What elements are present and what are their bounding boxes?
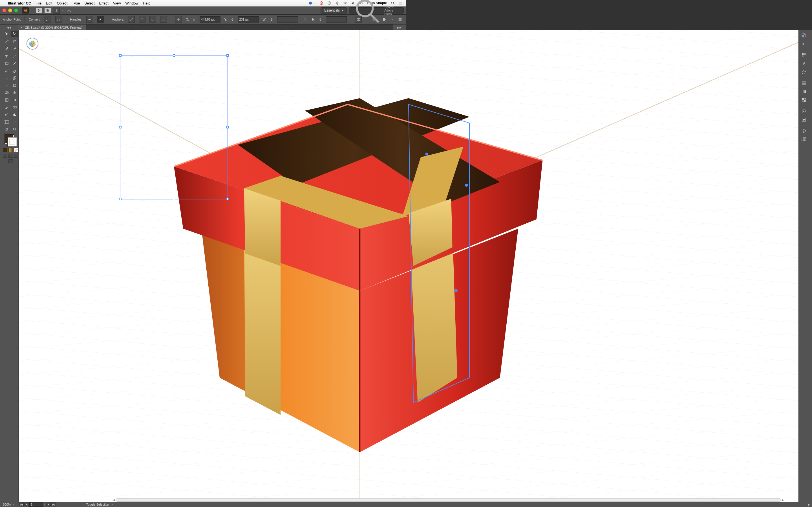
rotate-tool[interactable] — [3, 75, 10, 81]
panel-flyout-button[interactable] — [381, 16, 388, 22]
menu-effect[interactable]: Effect — [99, 1, 109, 5]
artboard-tool[interactable] — [3, 119, 10, 125]
menu-object[interactable]: Object — [57, 1, 68, 5]
bridge-badge[interactable]: Br — [36, 8, 42, 13]
slice-tool[interactable] — [11, 119, 18, 125]
color-gradient-button[interactable] — [8, 148, 13, 152]
h-field[interactable] — [326, 16, 347, 22]
perspective-plane-widget[interactable] — [27, 38, 38, 50]
pen-tool[interactable] — [3, 46, 10, 52]
handles-hide-button[interactable] — [97, 16, 104, 23]
color-solid-button[interactable] — [3, 148, 7, 152]
curvature-tool[interactable] — [11, 46, 18, 52]
essentials-layout-button[interactable] — [371, 16, 377, 22]
svg-rect-21 — [5, 62, 8, 64]
menu-edit[interactable]: Edit — [46, 1, 52, 5]
free-transform-tool[interactable] — [11, 82, 18, 89]
fill-stroke-swatch[interactable] — [5, 135, 17, 147]
pencil-tool[interactable] — [3, 68, 10, 74]
column-graph-tool[interactable] — [11, 112, 18, 118]
window-close-button[interactable] — [2, 8, 6, 12]
app-bar: Ai Br St Essentials Search Adobe Stock — [0, 6, 406, 15]
status-cc-icon[interactable] — [319, 1, 323, 5]
gradient-tool[interactable] — [11, 97, 18, 103]
line-segment-tool[interactable] — [11, 53, 18, 59]
draw-normal-button[interactable] — [3, 154, 7, 158]
anchors-cut-button[interactable] — [139, 16, 146, 23]
draw-behind-button[interactable] — [8, 154, 13, 158]
control-bar-dropdown-icon[interactable] — [391, 19, 393, 20]
status-menu-icon[interactable] — [399, 1, 403, 5]
gpu-preview-button[interactable] — [66, 7, 72, 13]
arrange-dropdown-icon[interactable] — [62, 10, 64, 11]
draw-inside-button[interactable] — [14, 154, 18, 158]
window-zoom-button[interactable] — [14, 8, 18, 12]
selection-bounding-box[interactable] — [120, 55, 228, 200]
status-spotlight-icon[interactable] — [391, 1, 395, 5]
convert-corner-button[interactable] — [45, 16, 51, 23]
w-stepper[interactable] — [270, 17, 273, 22]
blend-tool[interactable] — [11, 104, 18, 110]
stock-badge[interactable]: St — [45, 8, 51, 13]
y-field[interactable]: 231 px — [238, 16, 259, 22]
x-stepper[interactable] — [193, 17, 196, 22]
eyedropper-tool[interactable] — [3, 104, 10, 110]
menu-type[interactable]: Type — [72, 1, 80, 5]
rectangle-tool[interactable] — [3, 60, 10, 66]
anchors-label: Anchors: — [112, 18, 124, 21]
anchors-remove-button[interactable] — [128, 16, 135, 23]
svg-point-33 — [13, 128, 15, 130]
hand-tool[interactable] — [3, 126, 10, 132]
screen-mode-button[interactable] — [8, 159, 13, 163]
menu-view[interactable]: View — [113, 1, 121, 5]
window-minimize-button[interactable] — [8, 8, 12, 12]
menu-help[interactable]: Help — [143, 1, 151, 5]
zoom-tool[interactable] — [11, 126, 18, 132]
type-tool[interactable]: T — [3, 53, 10, 59]
x-field[interactable]: 449.88 px — [200, 16, 220, 22]
convert-smooth-button[interactable] — [55, 16, 62, 23]
stroke-swatch[interactable] — [8, 137, 17, 147]
menu-select[interactable]: Select — [84, 1, 94, 5]
status-wifi-icon[interactable] — [343, 1, 347, 5]
width-tool[interactable] — [3, 82, 10, 89]
handles-show-button[interactable] — [86, 16, 93, 23]
selection-tool[interactable] — [3, 31, 10, 37]
workspace-switcher[interactable]: Essentials — [320, 7, 347, 13]
left-dock-gutter[interactable] — [0, 30, 3, 253]
collapse-panels-icon[interactable]: ▶▶ — [397, 26, 402, 29]
direct-selection-tool[interactable] — [11, 31, 18, 37]
link-wh-button[interactable] — [302, 16, 308, 22]
align-artboard-button[interactable] — [355, 16, 362, 23]
h-stepper[interactable] — [319, 17, 322, 22]
close-tab-icon[interactable]: × — [20, 25, 22, 30]
paintbrush-tool[interactable] — [11, 60, 18, 66]
svg-rect-29 — [13, 107, 14, 108]
perspective-grid-tool[interactable] — [11, 90, 18, 96]
y-stepper[interactable] — [231, 17, 234, 22]
menu-file[interactable]: File — [36, 1, 42, 5]
search-stock-placeholder: Search Adobe Stock — [384, 5, 402, 15]
symbol-sprayer-tool[interactable] — [3, 112, 10, 118]
anchors-connect-button[interactable] — [149, 16, 156, 23]
app-menu[interactable]: Illustrator CC — [8, 1, 31, 5]
menu-window[interactable]: Window — [125, 1, 139, 5]
arrange-documents-button[interactable] — [53, 7, 60, 14]
mesh-tool[interactable] — [3, 97, 10, 103]
control-menu-button[interactable] — [397, 16, 403, 22]
status-bluetooth-icon[interactable] — [335, 1, 339, 5]
scale-tool[interactable] — [11, 75, 18, 81]
collapse-tools-icon[interactable]: ◀◀ — [7, 26, 11, 29]
status-timemachine-icon[interactable] — [327, 1, 331, 5]
status-badge-icon[interactable]: 3 — [308, 1, 315, 5]
align-to-pixel-button[interactable] — [175, 16, 182, 23]
magic-wand-tool[interactable] — [3, 38, 10, 45]
shape-builder-tool[interactable] — [3, 90, 10, 96]
w-field[interactable] — [277, 16, 298, 22]
search-stock-input[interactable]: Search Adobe Stock — [349, 7, 404, 13]
color-none-button[interactable] — [14, 148, 18, 152]
isolate-button[interactable] — [160, 16, 167, 23]
canvas[interactable]: ◀ ▶ — [18, 30, 406, 253]
eraser-tool[interactable] — [11, 68, 18, 74]
lasso-tool[interactable] — [11, 38, 18, 45]
